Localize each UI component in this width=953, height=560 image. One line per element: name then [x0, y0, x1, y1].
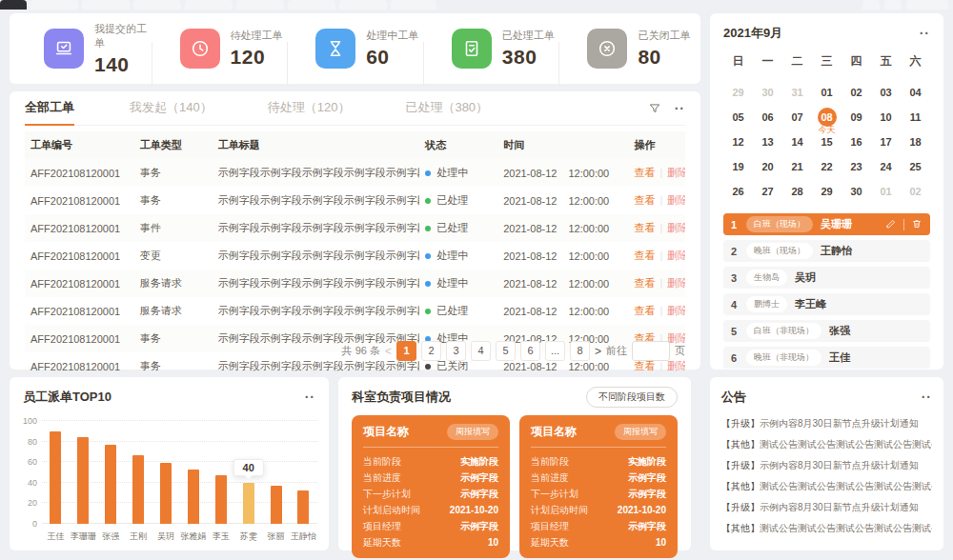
page-button-8[interactable]: 8: [570, 341, 590, 361]
calendar-day[interactable]: 21: [782, 154, 812, 179]
calendar-day[interactable]: 23: [841, 154, 871, 179]
more-icon[interactable]: ··: [675, 106, 685, 111]
project-card[interactable]: 项目名称周报填写当前阶段实施阶段当前进度示例字段下一步计划示例字段计划启动时间2…: [352, 415, 510, 558]
stage-project-count-button[interactable]: 不同阶段项目数: [586, 387, 678, 408]
schedule-row[interactable]: 4鹏博士李王峰: [723, 293, 930, 315]
view-link[interactable]: 查看: [635, 222, 656, 233]
filter-icon[interactable]: [648, 102, 661, 115]
trash-icon[interactable]: [911, 218, 923, 231]
browser-tab-stub[interactable]: [288, 0, 335, 10]
edit-pencil-icon[interactable]: [885, 218, 897, 231]
page-button-1[interactable]: 1: [396, 341, 416, 361]
calendar-day[interactable]: 26: [723, 179, 753, 204]
calendar-day[interactable]: 29: [812, 179, 841, 204]
calendar-day[interactable]: 11: [901, 105, 930, 130]
calendar-day[interactable]: 30: [841, 179, 871, 204]
browser-tab-stub[interactable]: [30, 0, 78, 10]
delete-link[interactable]: 删除: [667, 167, 685, 178]
announcement-item[interactable]: 【升级】示例内容8月30日新节点升级计划通知: [721, 497, 932, 518]
delete-link[interactable]: 删除: [667, 305, 685, 316]
delete-link[interactable]: 删除: [667, 277, 685, 289]
calendar-day[interactable]: 02: [841, 80, 871, 105]
calendar-day[interactable]: 12: [723, 130, 753, 154]
calendar-day[interactable]: 14: [782, 130, 812, 154]
calendar-day[interactable]: 25: [901, 154, 930, 179]
weekly-report-button[interactable]: 周报填写: [447, 424, 498, 440]
tab-已处理（380）[interactable]: 已处理（380）: [405, 91, 488, 126]
tab-待处理（120）[interactable]: 待处理（120）: [268, 91, 351, 126]
schedule-row[interactable]: 2晚班（现场）王静怡: [723, 240, 930, 262]
more-icon[interactable]: ··: [922, 394, 932, 400]
project-card[interactable]: 项目名称周报填写当前阶段实施阶段当前进度示例字段下一步计划示例字段计划启动时间2…: [519, 415, 678, 558]
page-button-3[interactable]: 3: [446, 341, 466, 361]
browser-tab-stub-active[interactable]: [0, 0, 27, 10]
calendar-day[interactable]: 06: [753, 105, 782, 130]
browser-tab-stub[interactable]: [133, 0, 181, 10]
calendar-day[interactable]: 31: [782, 80, 812, 105]
calendar-day[interactable]: 08今天: [812, 105, 841, 130]
calendar-day[interactable]: 28: [782, 179, 812, 204]
bar-吴玥[interactable]: [160, 463, 172, 524]
browser-toolbar-stub[interactable]: [906, 0, 948, 10]
delete-link[interactable]: 删除: [667, 194, 685, 206]
view-link[interactable]: 查看: [635, 305, 656, 316]
bar-王静怡[interactable]: [297, 490, 309, 524]
view-link[interactable]: 查看: [635, 167, 656, 178]
browser-tab-stub[interactable]: [185, 0, 233, 10]
view-link[interactable]: 查看: [635, 360, 656, 371]
next-page-icon[interactable]: >: [595, 345, 601, 358]
bar-张强[interactable]: [105, 445, 116, 524]
calendar-day[interactable]: 18: [901, 130, 930, 154]
calendar-day[interactable]: 07: [782, 105, 812, 130]
browser-tab-stub[interactable]: [391, 0, 436, 10]
calendar-day[interactable]: 16: [841, 130, 871, 154]
schedule-row[interactable]: 5白班（非现场）张强: [723, 320, 930, 342]
bar-苏雯[interactable]: [243, 483, 254, 524]
bar-张丽[interactable]: [271, 486, 282, 524]
goto-page-input[interactable]: [632, 341, 670, 361]
bar-张雅娟[interactable]: [188, 470, 199, 524]
tab-我发起（140）[interactable]: 我发起（140）: [130, 91, 213, 126]
browser-toolbar-stub[interactable]: [862, 0, 880, 10]
view-link[interactable]: 查看: [635, 277, 656, 289]
bar-王佳[interactable]: [50, 431, 61, 524]
bar-王刚[interactable]: [132, 455, 144, 524]
prev-page-icon[interactable]: <: [385, 345, 392, 358]
calendar-day[interactable]: 29: [723, 80, 753, 105]
calendar-day[interactable]: 09: [841, 105, 871, 130]
announcement-item[interactable]: 【其他】测试公告测试公告测试公告测试公告测试公告: [721, 518, 932, 539]
calendar-day[interactable]: 27: [753, 179, 782, 204]
calendar-day[interactable]: 20: [753, 154, 782, 179]
delete-link[interactable]: 删除: [667, 250, 685, 261]
page-button-5[interactable]: 5: [496, 341, 516, 361]
announcement-item[interactable]: 【其他】测试公告测试公告测试公告测试公告测试公告: [721, 434, 932, 455]
announcement-item[interactable]: 【升级】示例内容8月30日新节点升级计划通知: [721, 455, 932, 476]
calendar-day[interactable]: 24: [871, 154, 901, 179]
bar-李珊珊[interactable]: [77, 437, 89, 524]
calendar-day[interactable]: 03: [871, 80, 901, 105]
page-button-...[interactable]: ...: [545, 341, 565, 361]
delete-link[interactable]: 删除: [667, 360, 685, 371]
calendar-day[interactable]: 15: [812, 130, 841, 154]
browser-tab-stub[interactable]: [82, 0, 130, 10]
delete-link[interactable]: 删除: [667, 222, 685, 233]
tab-全部工单[interactable]: 全部工单: [25, 91, 74, 126]
weekly-report-button[interactable]: 周报填写: [615, 424, 666, 440]
calendar-day[interactable]: 30: [753, 80, 782, 105]
calendar-day[interactable]: 05: [723, 105, 753, 130]
view-link[interactable]: 查看: [635, 250, 656, 261]
page-button-2[interactable]: 2: [421, 341, 441, 361]
bar-李玉[interactable]: [215, 475, 227, 524]
calendar-day[interactable]: 02: [901, 179, 930, 204]
announcement-item[interactable]: 【其他】测试公告测试公告测试公告测试公告测试公告: [721, 476, 932, 497]
browser-toolbar-stub[interactable]: [884, 0, 902, 10]
calendar-day[interactable]: 13: [753, 130, 782, 154]
schedule-row[interactable]: 1白班（现场）吴珊珊: [723, 213, 930, 235]
calendar-day[interactable]: 01: [871, 179, 901, 204]
calendar-day[interactable]: 17: [871, 130, 901, 154]
view-link[interactable]: 查看: [635, 194, 656, 206]
calendar-day[interactable]: 10: [871, 105, 901, 130]
more-icon[interactable]: ··: [920, 30, 930, 36]
calendar-day[interactable]: 04: [901, 80, 930, 105]
page-button-4[interactable]: 4: [471, 341, 491, 361]
